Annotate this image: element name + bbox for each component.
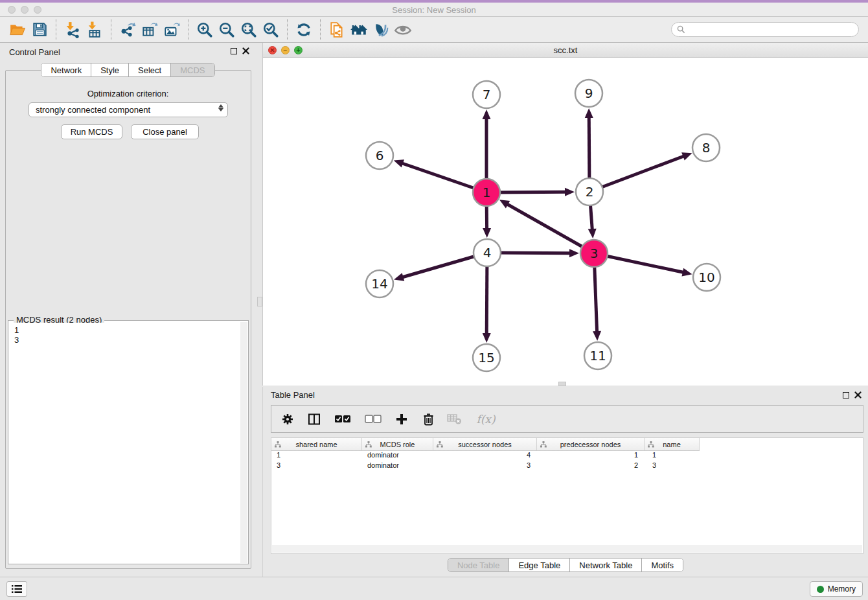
app-titlebar: Session: New Session — [0, 3, 868, 17]
cell[interactable]: dominator — [362, 451, 433, 461]
graph-node-label: 2 — [586, 184, 594, 200]
column-header-successor-nodes[interactable]: successor nodes — [433, 438, 537, 450]
mcds-result-scrollbar[interactable] — [240, 322, 247, 563]
memory-button[interactable]: Memory — [810, 581, 863, 597]
tab-motifs[interactable]: Motifs — [642, 559, 683, 571]
edge-arrowhead — [681, 152, 692, 160]
trash-icon — [422, 413, 435, 426]
toggle-column-panel-button[interactable] — [306, 411, 323, 428]
network-window-titlebar[interactable]: ✕ − + scc.txt — [263, 43, 868, 58]
tab-network[interactable]: Network — [41, 63, 91, 76]
eye-icon — [394, 21, 412, 38]
float-panel-icon[interactable] — [231, 48, 237, 54]
tab-select[interactable]: Select — [129, 63, 171, 76]
optimization-criterion-select[interactable]: strongly connected component — [29, 102, 228, 117]
horizontal-splitter-handle[interactable] — [558, 382, 566, 386]
search-input[interactable] — [671, 22, 859, 37]
search-icon — [677, 25, 685, 34]
import-table-button[interactable] — [84, 19, 106, 40]
cell[interactable]: dominator — [362, 461, 433, 472]
zoom-fit-icon — [240, 21, 257, 38]
table-horizontal-scrollbar[interactable] — [272, 545, 862, 553]
show-eye-button[interactable] — [392, 19, 414, 40]
graph-node-label: 7 — [483, 87, 491, 102]
zoom-in-icon — [196, 21, 213, 38]
network-canvas-svg: 7968124314101511 — [263, 58, 868, 386]
close-table-panel-icon[interactable] — [854, 391, 862, 398]
vertical-splitter-handle[interactable] — [257, 297, 262, 306]
function-builder-button: f(x) — [473, 411, 499, 428]
close-panel-button[interactable]: Close panel — [131, 124, 199, 139]
cell[interactable]: 3 — [645, 461, 700, 472]
cell[interactable]: 2 — [537, 461, 645, 472]
table-settings-button[interactable] — [279, 411, 296, 428]
table-panel: Table Panel f(x) shared nameMCDS r — [262, 387, 868, 577]
float-table-panel-icon[interactable] — [843, 392, 849, 398]
edge-3-1[interactable] — [507, 204, 594, 253]
zoom-out-button[interactable] — [216, 19, 238, 40]
tab-network-table[interactable]: Network Table — [570, 559, 642, 571]
node-table: shared nameMCDS rolesuccessor nodesprede… — [271, 437, 863, 554]
mcds-result-text[interactable]: 1 3 — [9, 323, 240, 563]
clone-network-button[interactable] — [326, 19, 348, 40]
cell[interactable]: 4 — [433, 451, 537, 461]
network-view-window: ✕ − + scc.txt 7968124314101511 — [262, 43, 868, 386]
tab-style[interactable]: Style — [91, 63, 129, 76]
column-type-icon — [365, 441, 372, 448]
network-window-title: scc.txt — [263, 45, 868, 55]
refresh-layout-button[interactable] — [293, 19, 315, 40]
edge-arrowhead — [593, 331, 601, 341]
zoom-in-button[interactable] — [194, 19, 216, 40]
column-header-shared-name[interactable]: shared name — [271, 438, 362, 450]
table-header-row: shared nameMCDS rolesuccessor nodesprede… — [271, 438, 700, 451]
task-history-button[interactable] — [6, 581, 27, 597]
zoom-selected-button[interactable] — [260, 19, 282, 40]
table-row[interactable]: 1dominator411 — [271, 451, 863, 461]
export-table-button[interactable] — [139, 19, 161, 40]
run-mcds-button[interactable]: Run MCDS — [61, 124, 122, 139]
save-session-button[interactable] — [29, 19, 51, 40]
tab-mcds[interactable]: MCDS — [171, 63, 214, 76]
edge-2-8[interactable] — [589, 156, 684, 192]
export-network-button[interactable] — [117, 19, 139, 40]
edge-arrowhead — [394, 273, 404, 281]
table-row[interactable]: 3dominator323 — [271, 461, 863, 472]
import-network-button[interactable] — [62, 19, 84, 40]
column-header-name[interactable]: name — [645, 438, 700, 450]
column-header-MCDS-role[interactable]: MCDS role — [362, 438, 433, 450]
graph-node-label: 6 — [376, 148, 384, 163]
close-panel-icon[interactable] — [242, 47, 249, 54]
cell[interactable]: 1 — [537, 451, 645, 461]
open-folder-icon — [9, 21, 26, 38]
toolbar-separator — [188, 19, 188, 40]
column-header-predecessor-nodes[interactable]: predecessor nodes — [537, 438, 645, 450]
edge-arrowhead — [585, 108, 593, 118]
cell[interactable]: 1 — [271, 451, 362, 461]
table-toolbar: f(x) — [271, 405, 863, 433]
export-image-button[interactable] — [161, 19, 183, 40]
edge-arrowhead — [588, 229, 597, 238]
zoom-out-icon — [218, 21, 235, 38]
select-all-columns-button[interactable] — [332, 411, 353, 428]
toolbar-separator — [111, 19, 111, 40]
create-column-button[interactable] — [393, 411, 410, 428]
tab-edge-table[interactable]: Edge Table — [509, 559, 570, 571]
cell[interactable]: 3 — [433, 461, 537, 472]
export-table-icon — [141, 21, 158, 38]
cell[interactable]: 1 — [645, 451, 700, 461]
open-session-button[interactable] — [6, 19, 29, 40]
zoom-fit-button[interactable] — [238, 19, 260, 40]
edge-arrowhead — [483, 110, 491, 119]
network-canvas[interactable]: 7968124314101511 — [263, 58, 868, 386]
deselect-all-columns-button[interactable] — [363, 411, 383, 428]
column-type-icon — [540, 441, 547, 448]
home-view-button[interactable] — [348, 19, 370, 40]
zoom-selected-icon — [262, 21, 279, 38]
toolbar-separator — [320, 19, 321, 40]
cell[interactable]: 3 — [271, 461, 362, 472]
unchecked-boxes-icon — [365, 415, 382, 423]
hide-details-button[interactable] — [370, 19, 392, 40]
tab-node-table[interactable]: Node Table — [448, 559, 510, 571]
toolbar-separator — [56, 19, 56, 40]
delete-column-button[interactable] — [420, 411, 437, 428]
